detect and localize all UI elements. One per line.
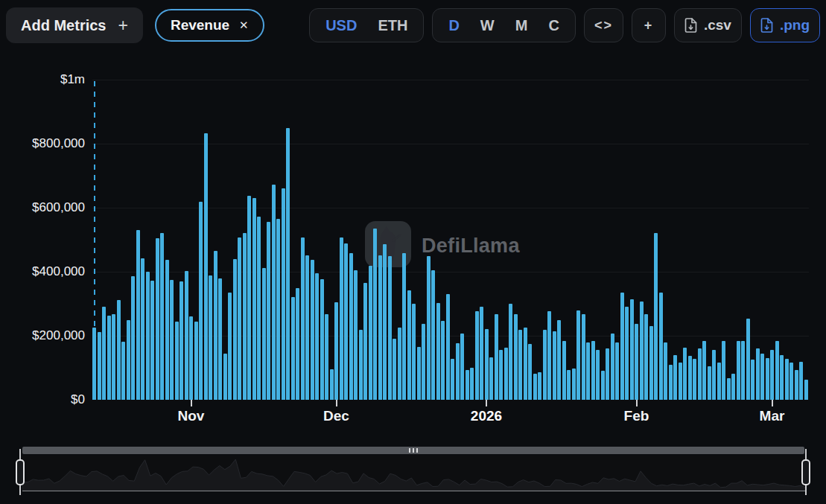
revenue-bar[interactable]: [272, 185, 276, 400]
revenue-bar[interactable]: [620, 293, 624, 400]
revenue-bar[interactable]: [441, 321, 445, 400]
revenue-bar[interactable]: [518, 330, 522, 400]
brush-left-handle[interactable]: [16, 459, 25, 485]
revenue-bar[interactable]: [267, 222, 270, 400]
revenue-bar[interactable]: [582, 314, 585, 400]
revenue-bar[interactable]: [499, 350, 503, 400]
revenue-bar[interactable]: [92, 328, 96, 400]
revenue-bar[interactable]: [524, 328, 527, 400]
revenue-bar[interactable]: [363, 283, 367, 400]
revenue-bar[interactable]: [756, 348, 760, 400]
revenue-bar[interactable]: [170, 280, 174, 400]
revenue-bar[interactable]: [572, 369, 576, 400]
revenue-bar[interactable]: [489, 357, 493, 400]
revenue-bar[interactable]: [311, 260, 314, 400]
revenue-bar[interactable]: [330, 369, 334, 400]
revenue-bar[interactable]: [238, 237, 241, 400]
revenue-bar[interactable]: [175, 322, 179, 400]
revenue-bar[interactable]: [257, 217, 261, 400]
revenue-bar[interactable]: [228, 293, 232, 400]
revenue-bar[interactable]: [606, 348, 609, 400]
revenue-bar[interactable]: [470, 368, 474, 400]
revenue-bar[interactable]: [795, 370, 798, 400]
revenue-bar[interactable]: [446, 294, 450, 400]
revenue-bar[interactable]: [659, 293, 663, 400]
revenue-bar[interactable]: [780, 355, 784, 400]
revenue-bar[interactable]: [495, 314, 498, 400]
revenue-bar[interactable]: [214, 251, 217, 400]
revenue-bar[interactable]: [596, 350, 600, 400]
new-chart-button[interactable]: +: [632, 8, 666, 42]
revenue-bar[interactable]: [262, 268, 266, 400]
revenue-bar[interactable]: [320, 279, 324, 400]
revenue-bar[interactable]: [741, 341, 745, 400]
add-metrics-button[interactable]: Add Metrics +: [6, 7, 143, 43]
revenue-bar[interactable]: [107, 316, 111, 401]
revenue-bar[interactable]: [683, 348, 687, 400]
revenue-bar[interactable]: [727, 378, 731, 400]
interval-option-cumulative[interactable]: C: [538, 17, 569, 34]
revenue-bar[interactable]: [475, 311, 479, 400]
revenue-bar[interactable]: [305, 255, 309, 400]
revenue-bar[interactable]: [146, 272, 150, 400]
revenue-bar[interactable]: [528, 344, 532, 400]
revenue-bar[interactable]: [156, 238, 159, 400]
revenue-bar[interactable]: [388, 256, 392, 401]
revenue-bar[interactable]: [615, 342, 619, 400]
metric-pill-revenue[interactable]: Revenue ✕: [155, 9, 264, 42]
revenue-bar[interactable]: [127, 320, 130, 400]
revenue-bar[interactable]: [373, 229, 377, 400]
revenue-bar[interactable]: [218, 278, 222, 400]
revenue-bar[interactable]: [301, 237, 305, 400]
revenue-bar[interactable]: [204, 133, 208, 400]
revenue-bar[interactable]: [282, 188, 285, 400]
revenue-bar[interactable]: [185, 271, 188, 400]
revenue-bar[interactable]: [557, 320, 561, 400]
revenue-bar[interactable]: [466, 370, 469, 400]
close-icon[interactable]: ✕: [239, 19, 249, 32]
revenue-bar[interactable]: [679, 363, 682, 400]
revenue-bar[interactable]: [354, 270, 358, 400]
revenue-bar[interactable]: [407, 290, 411, 400]
revenue-bar[interactable]: [427, 256, 431, 401]
revenue-bar[interactable]: [567, 370, 571, 400]
revenue-bar[interactable]: [243, 233, 247, 401]
revenue-bar[interactable]: [485, 329, 489, 400]
revenue-bar[interactable]: [456, 343, 460, 401]
minimap-brush-area[interactable]: [22, 456, 806, 491]
revenue-bar[interactable]: [669, 365, 673, 400]
revenue-bar[interactable]: [731, 374, 735, 400]
revenue-bar[interactable]: [533, 374, 537, 400]
revenue-bar[interactable]: [165, 260, 169, 400]
revenue-bar[interactable]: [359, 330, 363, 400]
revenue-bar[interactable]: [340, 237, 343, 400]
revenue-bar[interactable]: [417, 347, 421, 400]
revenue-bar[interactable]: [334, 302, 338, 400]
revenue-bar[interactable]: [547, 311, 551, 400]
revenue-bar[interactable]: [630, 299, 634, 400]
revenue-bar[interactable]: [378, 255, 382, 400]
revenue-bar[interactable]: [644, 314, 648, 400]
revenue-bar[interactable]: [804, 380, 808, 400]
revenue-bar[interactable]: [640, 302, 644, 400]
revenue-bar[interactable]: [141, 258, 144, 400]
revenue-bar[interactable]: [664, 342, 667, 400]
revenue-bar[interactable]: [276, 219, 280, 400]
revenue-bar[interactable]: [344, 243, 348, 400]
scrollbar-grip-icon[interactable]: [409, 448, 418, 453]
revenue-bar[interactable]: [460, 334, 464, 400]
revenue-bar[interactable]: [223, 354, 227, 400]
revenue-bar[interactable]: [233, 259, 237, 400]
revenue-bar[interactable]: [712, 350, 716, 400]
revenue-bar[interactable]: [209, 275, 212, 400]
revenue-bar[interactable]: [717, 363, 721, 400]
revenue-bar[interactable]: [102, 307, 106, 400]
revenue-bar[interactable]: [117, 300, 121, 400]
revenue-bar[interactable]: [325, 314, 328, 400]
revenue-bar[interactable]: [286, 128, 290, 400]
revenue-bar[interactable]: [766, 358, 769, 400]
revenue-bar[interactable]: [296, 288, 299, 400]
revenue-bar[interactable]: [654, 233, 658, 400]
revenue-bar[interactable]: [708, 366, 711, 400]
revenue-bar[interactable]: [722, 341, 725, 400]
